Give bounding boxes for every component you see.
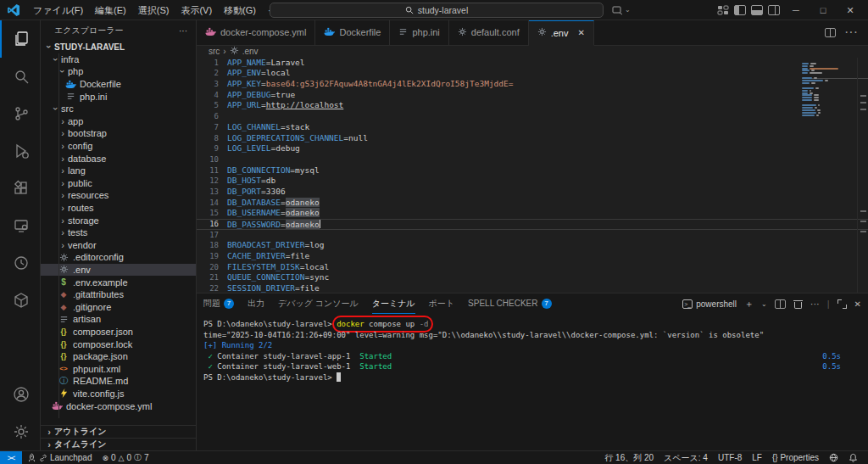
close-button[interactable]: ✕ (839, 5, 861, 16)
folder-bootstrap[interactable]: ›bootstrap (41, 127, 196, 140)
file-docker-compose-yml[interactable]: docker-compose.yml (41, 400, 196, 412)
panel-tab--[interactable]: ポート (429, 293, 454, 314)
code-line-20[interactable]: 20FILESYSTEM_DISK=local (197, 262, 868, 273)
breadcrumb-folder[interactable]: src (209, 47, 220, 56)
folder-app[interactable]: ›app (41, 115, 196, 128)
sidebar-more-icon[interactable]: ··· (179, 26, 187, 36)
tab-docker-compose-yml[interactable]: docker-compose.yml (197, 20, 315, 45)
code-line-3[interactable]: 3APP_KEY=base64:gS3j62FAquw4A8tnGA4j4lEk… (197, 79, 868, 90)
code-line-11[interactable]: 11DB_CONNECTION=mysql (197, 165, 868, 176)
sidebar-section-timeline[interactable]: ›タイムライン (41, 438, 196, 450)
maximize-button[interactable]: □ (812, 5, 834, 15)
folder-tests[interactable]: ›tests (41, 226, 196, 239)
file--gitignore[interactable]: ◆.gitignore (41, 300, 196, 313)
menu-item[interactable]: 編集(E) (89, 2, 132, 19)
file-composer-json[interactable]: {}composer.json (41, 326, 196, 338)
file--env[interactable]: .env (41, 264, 196, 277)
code-line-8[interactable]: 8LOG_DEPRECATIONS_CHANNEL=null (197, 133, 868, 144)
file--editorconfig[interactable]: .editorconfig (41, 251, 196, 264)
account-icon[interactable] (0, 376, 41, 413)
status-language-mode[interactable]: {} Properties (767, 451, 824, 464)
terminal[interactable]: PS D:\odaneko\study-laravel> docker comp… (197, 314, 868, 450)
code-line-2[interactable]: 2APP_ENV=local (197, 68, 868, 79)
code-line-5[interactable]: 5APP_URL=http://localhost (197, 100, 868, 111)
breadcrumb[interactable]: src›.env (197, 46, 868, 58)
explorer-icon[interactable] (0, 20, 41, 58)
overview-ruler-scrollbar[interactable] (857, 58, 868, 293)
remote-indicator[interactable]: >< (0, 451, 22, 464)
run-and-debug-icon[interactable] (0, 132, 41, 170)
history-icon[interactable] (0, 244, 41, 282)
folder-config[interactable]: ›config (41, 140, 196, 153)
source-control-icon[interactable] (0, 95, 41, 132)
code-line-22[interactable]: 22SESSION_DRIVER=file (197, 283, 868, 293)
search-icon[interactable] (0, 58, 41, 95)
remote-explorer-icon[interactable] (0, 207, 41, 244)
file-artisan[interactable]: artisan (41, 313, 196, 326)
code-line-17[interactable]: 17 (197, 230, 868, 241)
sidebar-section-outline[interactable]: ›アウトライン (41, 425, 196, 438)
remote-window-indicator[interactable]: ⌄ (612, 5, 631, 15)
kill-terminal-icon[interactable] (793, 299, 803, 309)
tab-dockerfile[interactable]: Dockerfile (315, 20, 390, 45)
close-tab-icon[interactable]: ✕ (577, 28, 584, 37)
code-line-16[interactable]: 16DB_PASSWORD=odaneko (197, 219, 868, 230)
container-icon[interactable] (0, 282, 41, 319)
folder-src[interactable]: ›src (41, 103, 196, 115)
file-composer-lock[interactable]: {}composer.lock (41, 338, 196, 350)
code-line-13[interactable]: 13DB_PORT=3306 (197, 187, 868, 198)
split-terminal-icon[interactable] (775, 299, 786, 309)
panel-tab--[interactable]: 問題7 (203, 293, 234, 314)
notifications-bell-icon[interactable] (843, 451, 863, 464)
settings-icon[interactable] (0, 413, 41, 450)
panel-more-icon[interactable]: ··· (810, 299, 820, 309)
status-cursor-position[interactable]: 行 16、列 20 (599, 451, 659, 464)
shell-selector[interactable]: >_ powershell (682, 299, 737, 309)
code-line-9[interactable]: 9LOG_LEVEL=debug (197, 143, 868, 154)
menu-item[interactable]: ファイル(F) (27, 2, 89, 19)
customize-layout-icon[interactable] (717, 5, 729, 15)
maximize-panel-icon[interactable] (837, 299, 847, 309)
toggle-secondary-sidebar-icon[interactable] (768, 5, 780, 15)
command-center-search[interactable]: study-laravel (270, 3, 604, 18)
folder-routes[interactable]: ›routes (41, 202, 196, 215)
file-phpunit-xml[interactable]: <>phpunit.xml (41, 362, 196, 375)
status-indentation[interactable]: スペース: 4 (659, 451, 713, 464)
toggle-panel-icon[interactable] (751, 5, 763, 15)
folder-infra[interactable]: ›infra (41, 53, 196, 66)
code-line-7[interactable]: 7LOG_CHANNEL=stack (197, 122, 868, 133)
status-encoding[interactable]: UTF-8 (713, 451, 747, 464)
code-line-19[interactable]: 19CACHE_DRIVER=file (197, 251, 868, 262)
minimize-button[interactable]: ─ (785, 5, 807, 15)
folder-vendor[interactable]: ›vendor (41, 239, 196, 252)
tab-default-conf[interactable]: default.conf (449, 20, 529, 45)
file--env-example[interactable]: $.env.example (41, 276, 196, 288)
file-dockerfile[interactable]: Dockerfile (41, 78, 196, 91)
file--gitattributes[interactable]: ◆.gitattributes (41, 288, 196, 301)
code-line-14[interactable]: 14DB_DATABASE=odaneko (197, 198, 868, 209)
folder-study-laravel[interactable]: ›STUDY-LARAVEL (41, 41, 196, 53)
menu-item[interactable]: 移動(G) (218, 2, 262, 19)
folder-storage[interactable]: ›storage (41, 214, 196, 226)
terminal-dropdown-icon[interactable]: ⌄ (761, 300, 767, 308)
folder-php[interactable]: ›php (41, 65, 196, 78)
status-eol[interactable]: LF (747, 451, 767, 464)
close-panel-icon[interactable]: ✕ (854, 299, 861, 309)
breadcrumb-file[interactable]: .env (242, 47, 259, 56)
panel-tab--[interactable]: デバッグ コンソール (278, 293, 359, 314)
code-line-18[interactable]: 18BROADCAST_DRIVER=log (197, 240, 868, 251)
globe-icon[interactable] (824, 451, 843, 464)
code-line-10[interactable]: 10 (197, 154, 868, 165)
file-package-json[interactable]: {}package.json (41, 350, 196, 363)
code-line-4[interactable]: 4APP_DEBUG=true (197, 90, 868, 101)
editor-more-icon[interactable]: ··· (844, 25, 858, 40)
extensions-icon[interactable] (0, 170, 41, 207)
folder-public[interactable]: ›public (41, 177, 196, 190)
split-editor-icon[interactable] (825, 28, 836, 37)
folder-resources[interactable]: ›resources (41, 189, 196, 202)
code-line-21[interactable]: 21QUEUE_CONNECTION=sync (197, 272, 868, 283)
code-editor[interactable]: 1APP_NAME=Laravel2APP_ENV=local3APP_KEY=… (197, 58, 868, 293)
new-terminal-icon[interactable]: ＋ (744, 298, 754, 310)
menu-item[interactable]: 選択(S) (132, 2, 175, 19)
tab-php-ini[interactable]: php.ini (390, 20, 448, 45)
